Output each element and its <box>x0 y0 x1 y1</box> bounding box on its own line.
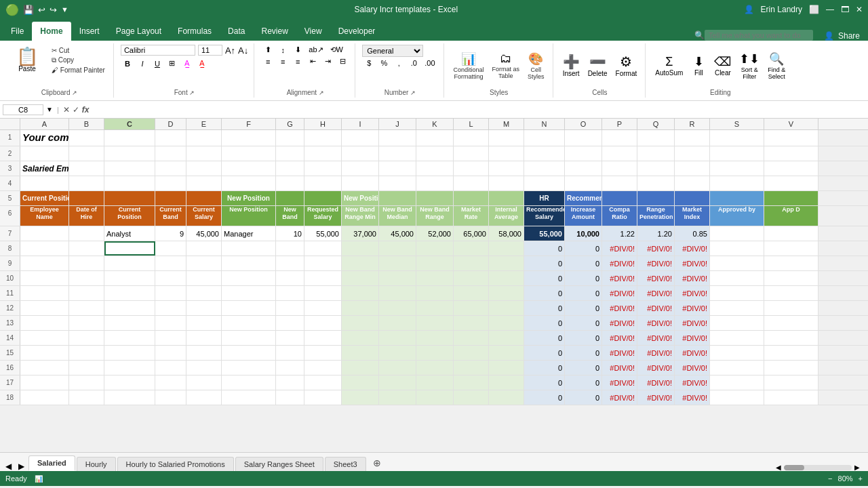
cell-k3[interactable] <box>416 161 454 176</box>
cell-n18[interactable]: 0 <box>524 390 565 405</box>
cell-i5[interactable]: New Position Salary Range <box>342 191 379 205</box>
cell-a17[interactable] <box>20 375 69 390</box>
orient-button[interactable]: ab↗ <box>306 45 326 55</box>
cell-p10[interactable]: #DIV/0! <box>602 271 637 285</box>
col-header-b[interactable]: B <box>69 119 104 129</box>
cell-q15[interactable]: #DIV/0! <box>637 346 675 360</box>
cell-f4[interactable] <box>222 176 276 190</box>
cell-m2[interactable] <box>489 146 524 161</box>
cell-l4[interactable] <box>454 176 489 190</box>
cell-s17[interactable] <box>710 375 764 390</box>
find-select-button[interactable]: 🔍 Find &Select <box>765 50 788 81</box>
cell-c10[interactable] <box>104 271 155 285</box>
cell-a15[interactable] <box>20 346 69 360</box>
cell-a14[interactable] <box>20 331 69 345</box>
cell-j8[interactable] <box>379 241 416 256</box>
cell-l10[interactable] <box>454 271 489 285</box>
cell-c15[interactable] <box>104 346 155 360</box>
cell-d1[interactable] <box>155 130 186 146</box>
cell-f18[interactable] <box>222 390 276 405</box>
cell-b10[interactable] <box>69 271 104 285</box>
cell-q7[interactable]: 1.20 <box>637 226 675 241</box>
sheet-tab-hourly[interactable]: Hourly <box>77 457 116 471</box>
cell-c12[interactable] <box>104 301 155 315</box>
cell-v13[interactable] <box>764 316 818 330</box>
cell-k12[interactable] <box>416 301 454 315</box>
cell-k17[interactable] <box>416 375 454 390</box>
cell-v3[interactable] <box>764 161 818 176</box>
cell-q10[interactable]: #DIV/0! <box>637 271 675 285</box>
cell-i7[interactable]: 37,000 <box>342 226 379 241</box>
cell-k18[interactable] <box>416 390 454 405</box>
font-size-input[interactable] <box>198 45 222 56</box>
cell-r1[interactable] <box>675 130 710 146</box>
conditional-formatting-button[interactable]: 📊 ConditionalFormatting <box>451 50 487 81</box>
cell-e9[interactable] <box>186 256 222 270</box>
cell-e13[interactable] <box>186 316 222 330</box>
cell-o16[interactable]: 0 <box>565 361 602 375</box>
cell-m14[interactable] <box>489 331 524 345</box>
cell-r16[interactable]: #DIV/0! <box>675 361 710 375</box>
cell-m12[interactable] <box>489 301 524 315</box>
cell-o3[interactable] <box>565 161 602 176</box>
col-header-s[interactable]: S <box>710 119 764 129</box>
cell-l11[interactable] <box>454 286 489 300</box>
add-sheet-button[interactable]: ⊕ <box>368 455 387 471</box>
cell-f1[interactable] <box>222 130 276 146</box>
cell-k4[interactable] <box>416 176 454 190</box>
cell-l18[interactable] <box>454 390 489 405</box>
cell-g8[interactable] <box>276 241 304 256</box>
cell-a3[interactable]: Salaried Employee Changes <box>20 161 69 176</box>
cell-b13[interactable] <box>69 316 104 330</box>
cell-c14[interactable] <box>104 331 155 345</box>
format-painter-button[interactable]: 🖌 Format Painter <box>49 66 108 75</box>
cell-p14[interactable]: #DIV/0! <box>602 331 637 345</box>
cell-r15[interactable]: #DIV/0! <box>675 346 710 360</box>
decrease-indent-button[interactable]: ⇤ <box>306 56 319 66</box>
cell-h8[interactable] <box>304 241 342 256</box>
cell-b18[interactable] <box>69 390 104 405</box>
font-shrink-icon[interactable]: A↓ <box>238 45 248 56</box>
cell-g7[interactable]: 10 <box>276 226 304 241</box>
cell-j6[interactable]: New Band Median <box>379 206 416 226</box>
cell-h5[interactable] <box>304 191 342 205</box>
cell-f16[interactable] <box>222 361 276 375</box>
cell-k6[interactable]: New Band Range <box>416 206 454 226</box>
cell-r4[interactable] <box>675 176 710 190</box>
cell-e7[interactable]: 45,000 <box>186 226 222 241</box>
cell-h15[interactable] <box>304 346 342 360</box>
cell-s3[interactable] <box>710 161 764 176</box>
cell-b1[interactable] <box>69 130 104 146</box>
cell-l15[interactable] <box>454 346 489 360</box>
cell-v14[interactable] <box>764 331 818 345</box>
cell-q9[interactable]: #DIV/0! <box>637 256 675 270</box>
quick-access-more[interactable]: ▼ <box>61 5 68 14</box>
cell-n12[interactable]: 0 <box>524 301 565 315</box>
insert-button[interactable]: ➕ Insert <box>560 52 583 79</box>
cell-b12[interactable] <box>69 301 104 315</box>
cell-p17[interactable]: #DIV/0! <box>602 375 637 390</box>
cell-r12[interactable]: #DIV/0! <box>675 301 710 315</box>
cell-j18[interactable] <box>379 390 416 405</box>
cell-f6[interactable]: New Position <box>222 206 276 226</box>
cell-k7[interactable]: 52,000 <box>416 226 454 241</box>
cell-c5[interactable] <box>104 191 155 205</box>
cell-m1[interactable] <box>489 130 524 146</box>
currency-button[interactable]: $ <box>362 58 376 68</box>
cell-d9[interactable] <box>155 256 186 270</box>
cell-h6[interactable]: Requested Salary <box>304 206 342 226</box>
insert-function-icon[interactable]: fx <box>82 105 90 115</box>
cell-r18[interactable]: #DIV/0! <box>675 390 710 405</box>
cell-g11[interactable] <box>276 286 304 300</box>
cell-n7[interactable]: 55,000 <box>524 226 565 241</box>
cell-l6[interactable]: Market Rate <box>454 206 489 226</box>
cell-p16[interactable]: #DIV/0! <box>602 361 637 375</box>
cell-d14[interactable] <box>155 331 186 345</box>
cell-p4[interactable] <box>602 176 637 190</box>
cell-i3[interactable] <box>342 161 379 176</box>
cell-g18[interactable] <box>276 390 304 405</box>
cell-i18[interactable] <box>342 390 379 405</box>
close-btn[interactable]: ✕ <box>856 5 863 14</box>
cell-g9[interactable] <box>276 256 304 270</box>
cell-p6[interactable]: Compa Ratio <box>602 206 637 226</box>
